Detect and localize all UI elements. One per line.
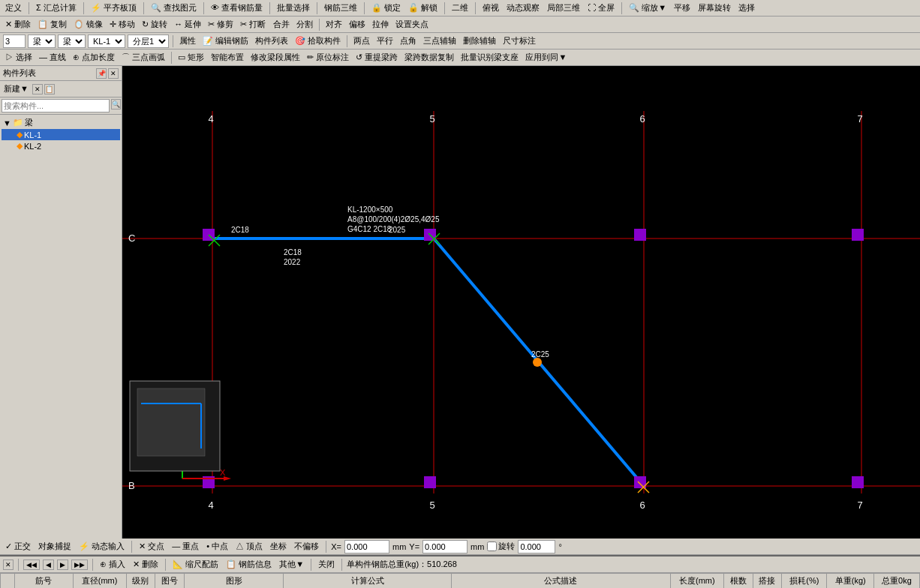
- btn-parallel[interactable]: 平行: [374, 34, 395, 47]
- snap-center[interactable]: • 中点: [204, 540, 230, 553]
- btn-rect[interactable]: ▭ 矩形: [176, 51, 206, 64]
- btn-split[interactable]: 分割: [294, 18, 315, 31]
- btn-merge[interactable]: 合并: [271, 18, 292, 31]
- snap-object[interactable]: 对象捕捉: [36, 540, 74, 553]
- svg-text:7: 7: [857, 500, 862, 511]
- btn-delete[interactable]: ✕ 删除: [3, 18, 33, 31]
- y-input[interactable]: [422, 540, 468, 554]
- svg-rect-12: [852, 229, 864, 241]
- panel-close-btn[interactable]: ✕: [108, 68, 119, 79]
- btn-screen-rotate[interactable]: 屏幕旋转: [696, 2, 733, 14]
- tree-item-kl2[interactable]: ◆ KL-2: [2, 140, 120, 152]
- snap-coord[interactable]: 坐标: [268, 540, 289, 553]
- btn-trim[interactable]: ✂ 修剪: [206, 18, 236, 31]
- btn-insert[interactable]: ⊕ 插入: [98, 558, 128, 571]
- btn-batch-identify[interactable]: 批量识别梁支座: [458, 51, 521, 64]
- btn-dynamic-observe[interactable]: 动态观察: [504, 2, 542, 14]
- copy-component-btn[interactable]: 📋: [44, 84, 55, 94]
- layer-select[interactable]: 分层1: [128, 34, 169, 48]
- btn-find-elem[interactable]: 🔍 查找图元: [149, 2, 199, 14]
- btn-apply-same[interactable]: 应用到同▼: [523, 51, 569, 64]
- snap-vertex[interactable]: △ 顶点: [233, 540, 265, 553]
- btn-rotate[interactable]: ↻ 旋转: [140, 18, 170, 31]
- btn-re-extract-span[interactable]: ↺ 重提梁跨: [353, 51, 400, 64]
- btn-other[interactable]: 其他▼: [277, 558, 306, 571]
- btn-rebar-3d[interactable]: 钢筋三维: [322, 2, 359, 14]
- canvas-area[interactable]: 4 5 6 7 4 5 6 7 C B KL-1200×500 A8@100/2…: [122, 66, 920, 538]
- btn-dim-label[interactable]: 尺寸标注: [501, 34, 538, 47]
- svg-text:C: C: [128, 232, 135, 244]
- btn-move[interactable]: ✛ 移动: [107, 18, 137, 31]
- btn-delete-axis[interactable]: 删除辅轴: [461, 34, 498, 47]
- btn-point-length[interactable]: ⊕ 点加长度: [71, 51, 117, 64]
- snap-orthogonal[interactable]: ✓ 正交: [3, 540, 33, 553]
- btn-unlock[interactable]: 🔓 解锁: [406, 2, 440, 14]
- rotate-input[interactable]: [518, 540, 555, 554]
- btn-mirror[interactable]: 🪞 镜像: [71, 18, 105, 31]
- btn-2d[interactable]: 二维: [449, 2, 471, 14]
- search-btn[interactable]: 🔍: [111, 99, 121, 110]
- btn-set-grip[interactable]: 设置夹点: [393, 18, 431, 31]
- svg-text:2025: 2025: [389, 226, 406, 234]
- btn-batch-select[interactable]: 批量选择: [275, 2, 312, 14]
- rotate-checkbox[interactable]: [487, 542, 497, 551]
- btn-copy[interactable]: 📋 复制: [35, 18, 69, 31]
- btn-point-angle[interactable]: 点角: [398, 34, 419, 47]
- panel-pin-btn[interactable]: 📌: [96, 68, 107, 79]
- btn-pick-component[interactable]: 🎯 拾取构件: [293, 34, 343, 47]
- x-input[interactable]: [344, 540, 389, 554]
- btn-define[interactable]: 定义: [3, 2, 24, 14]
- btn-component-list[interactable]: 构件列表: [253, 34, 290, 47]
- tree-group-beam[interactable]: ▼ 📁 梁: [2, 116, 120, 129]
- snap-intersect[interactable]: ✕ 交点: [137, 540, 167, 553]
- snap-nooffset[interactable]: 不偏移: [292, 540, 321, 553]
- nav-prev-btn[interactable]: ◀: [43, 560, 54, 570]
- btn-three-point-axis[interactable]: 三点辅轴: [421, 34, 458, 47]
- btn-top-view[interactable]: 俯视: [480, 2, 501, 14]
- btn-properties[interactable]: 属性: [177, 34, 198, 47]
- type1-select[interactable]: 梁: [28, 34, 56, 48]
- code-select[interactable]: KL-1 KL-2: [88, 34, 125, 48]
- btn-del-rebar[interactable]: ✕ 删除: [131, 558, 161, 571]
- btn-view-rebar[interactable]: 👁 查看钢筋量: [209, 2, 265, 14]
- btn-close-panel[interactable]: 关闭: [316, 558, 337, 571]
- snap-midpoint[interactable]: — 重点: [170, 540, 201, 553]
- btn-local-3d[interactable]: 局部三维: [545, 2, 582, 14]
- btn-rebar-info[interactable]: 📋 钢筋信息: [224, 558, 274, 571]
- btn-modify-beam-seg[interactable]: 修改梁段属性: [248, 51, 302, 64]
- btn-stretch[interactable]: 拉伸: [370, 18, 391, 31]
- btn-total-calc[interactable]: Σ 汇总计算: [34, 2, 79, 14]
- nav-first-btn[interactable]: ◀◀: [23, 560, 40, 570]
- btn-offset[interactable]: 偏移: [347, 18, 368, 31]
- sep10: [621, 2, 622, 14]
- btn-span-copy[interactable]: 梁跨数据复制: [402, 51, 456, 64]
- btn-edit-rebar[interactable]: 📝 编辑钢筋: [200, 34, 251, 47]
- btn-extend[interactable]: ↔ 延伸: [172, 18, 203, 31]
- sep3: [143, 2, 144, 14]
- btn-two-point[interactable]: 两点: [351, 34, 372, 47]
- nav-last-btn[interactable]: ▶▶: [71, 560, 88, 570]
- btn-three-arc[interactable]: ⌒ 三点画弧: [119, 51, 167, 64]
- btn-pan[interactable]: 平移: [672, 2, 693, 14]
- span-num-input[interactable]: [3, 34, 26, 48]
- btn-smart-layout[interactable]: 智能布置: [209, 51, 246, 64]
- btn-original-label[interactable]: ✏ 原位标注: [305, 51, 351, 64]
- type2-select[interactable]: 梁: [58, 34, 86, 48]
- btn-shrink[interactable]: 📐 缩尺配筋: [170, 558, 221, 571]
- btn-line[interactable]: — 直线: [37, 51, 68, 64]
- btn-select[interactable]: 选择: [736, 2, 757, 14]
- btn-lock[interactable]: 🔒 锁定: [369, 2, 403, 14]
- btn-break[interactable]: ✂ 打断: [238, 18, 268, 31]
- nav-next-btn[interactable]: ▶: [57, 560, 68, 570]
- btn-align-top[interactable]: ⚡ 平齐板顶: [89, 2, 139, 14]
- snap-dynamic[interactable]: ⚡ 动态输入: [77, 540, 127, 553]
- btn-align[interactable]: 对齐: [323, 18, 344, 31]
- search-input[interactable]: [2, 99, 110, 112]
- tree-item-kl1[interactable]: ◆ KL-1: [2, 129, 120, 140]
- new-component-btn[interactable]: 新建▼: [2, 82, 31, 95]
- btn-select2[interactable]: ▷ 选择: [3, 51, 35, 64]
- delete-component-btn[interactable]: ✕: [32, 84, 43, 94]
- btn-zoom[interactable]: 🔍 缩放▼: [627, 2, 669, 14]
- btn-fullscreen[interactable]: ⛶ 全屏: [585, 2, 617, 14]
- bottom-close-x-btn[interactable]: ✕: [3, 560, 14, 570]
